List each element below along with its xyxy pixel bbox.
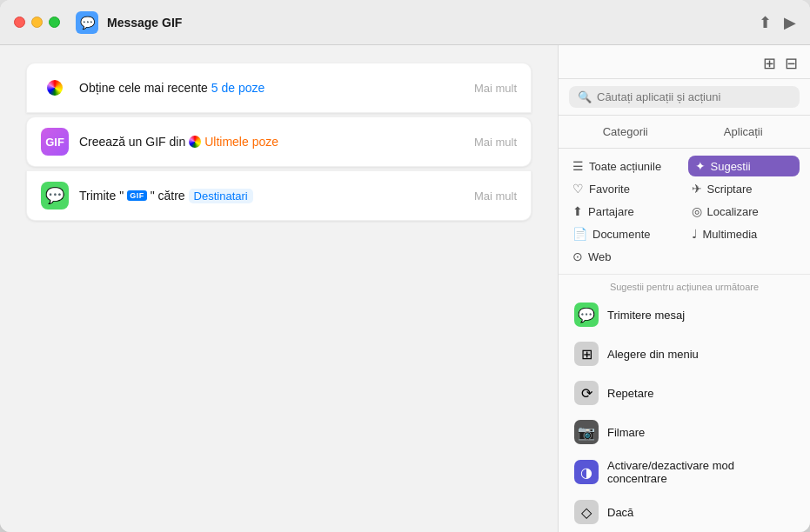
suggestion-label-filmare: Filmare — [607, 426, 645, 439]
category-partajare[interactable]: ⬆ Partajare — [569, 201, 681, 222]
suggestions-list: 💬 Trimitere mesaj ⊞ Alegere din meniu ⟳ … — [559, 296, 810, 532]
category-label-partajare: Partajare — [588, 205, 634, 218]
multimedia-icon: ♩ — [692, 227, 698, 241]
suggestion-trimitere-mesaj[interactable]: 💬 Trimitere mesaj — [567, 296, 801, 334]
left-pane: Obține cele mai recente 5 de poze Mai mu… — [0, 45, 558, 532]
suggestion-icon-alegere: ⊞ — [574, 342, 599, 366]
action-card-photos[interactable]: Obține cele mai recente 5 de poze Mai mu… — [26, 63, 532, 113]
card-prefix-3: Trimite " — [79, 189, 124, 203]
tab-bar: Categorii Aplicații — [559, 116, 810, 149]
category-favorite[interactable]: ♡ Favorite — [569, 178, 681, 199]
tab-categorii[interactable]: Categorii — [569, 121, 682, 143]
category-documente[interactable]: 📄 Documente — [569, 223, 681, 244]
suggestion-label-daca: Dacă — [607, 506, 633, 519]
category-label-web: Web — [588, 250, 612, 263]
action-card-message[interactable]: 💬 Trimite " GIF " către Destinatari Mai … — [26, 170, 532, 221]
suggestion-label-concentrare: Activare/dezactivare mod concentrare — [607, 459, 794, 485]
card-prefix-2: Creează un GIF din — [79, 135, 185, 149]
card-content-message: Trimite " GIF " către Destinatari — [79, 189, 467, 203]
card-mai-mult-3[interactable]: Mai mult — [474, 190, 517, 203]
suggestion-icon-symbol: ⟳ — [581, 385, 592, 402]
web-icon: ⊙ — [572, 249, 583, 263]
main-content: Obține cele mai recente 5 de poze Mai mu… — [0, 45, 810, 532]
traffic-lights — [14, 17, 60, 28]
category-sugestii[interactable]: ✦ Sugestii — [688, 156, 800, 176]
suggestion-daca[interactable]: ◇ Dacă — [567, 493, 801, 531]
suggestion-alegere-meniu[interactable]: ⊞ Alegere din meniu — [567, 335, 801, 373]
photos-rainbow-icon — [47, 80, 63, 96]
window-title: Message GIF — [107, 16, 750, 30]
card-content-photos: Obține cele mai recente 5 de poze — [79, 81, 467, 95]
photos-icon — [41, 74, 69, 102]
category-label-documente: Documente — [592, 228, 650, 241]
gif-icon: GIF — [41, 128, 69, 156]
category-toate[interactable]: ☰ Toate acțiunile — [569, 156, 681, 176]
card-prefix-1: Obține cele mai recente — [79, 81, 208, 95]
close-button[interactable] — [14, 17, 25, 28]
categories-grid: ☰ Toate acțiunile ✦ Sugestii ♡ Favorite … — [569, 156, 800, 267]
suggestion-repetare[interactable]: ⟳ Repetare — [567, 374, 801, 412]
suggestion-icon-symbol: 📷 — [578, 424, 595, 441]
right-toolbar: ⊞ ⊟ — [559, 45, 810, 79]
play-button[interactable]: ▶ — [784, 15, 796, 30]
card-content-gif: Creează un GIF din Ultimele poze — [79, 135, 467, 149]
category-label-toate: Toate acțiunile — [589, 160, 661, 173]
suggestion-filmare[interactable]: 📷 Filmare — [567, 413, 801, 451]
suggestion-icon-symbol: ◑ — [580, 464, 592, 481]
photos-icon-small — [189, 136, 201, 148]
card-mai-mult-1[interactable]: Mai mult — [474, 82, 517, 95]
category-label-multimedia: Multimedia — [703, 228, 758, 241]
category-label-favorite: Favorite — [589, 183, 630, 196]
suggestion-icon-concentrare: ◑ — [574, 460, 599, 484]
suggestion-icon-trimitere: 💬 — [574, 303, 599, 327]
localizare-icon: ◎ — [692, 204, 702, 218]
card-mai-mult-2[interactable]: Mai mult — [474, 136, 517, 149]
category-label-sugestii: Sugestii — [711, 160, 751, 173]
gif-label: GIF — [45, 136, 64, 149]
search-icon: 🔍 — [578, 90, 592, 103]
suggestion-icon-symbol: 💬 — [578, 307, 595, 323]
filter-button[interactable]: ⊟ — [785, 54, 798, 73]
suggestion-label-trimitere: Trimitere mesaj — [607, 309, 685, 322]
app-window: 💬 Message GIF ⬆ ▶ Obține cele mai recent… — [0, 0, 810, 532]
category-label-scriptare: Scriptare — [707, 183, 753, 196]
category-localizare[interactable]: ◎ Localizare — [688, 201, 800, 222]
suggestion-icon-symbol: ◇ — [581, 504, 592, 521]
card-link-gif[interactable]: Ultimele poze — [204, 135, 278, 149]
maximize-button[interactable] — [49, 17, 60, 28]
message-icon: 💬 — [41, 182, 69, 209]
search-input[interactable] — [597, 90, 791, 103]
message-bubble-icon: 💬 — [45, 186, 64, 205]
title-bar: 💬 Message GIF ⬆ ▶ — [0, 0, 810, 45]
search-bar: 🔍 — [559, 79, 810, 116]
categories-panel: ☰ Toate acțiunile ✦ Sugestii ♡ Favorite … — [559, 149, 810, 275]
category-multimedia[interactable]: ♩ Multimedia — [688, 223, 800, 244]
search-input-wrap[interactable]: 🔍 — [569, 86, 800, 108]
suggestion-label-alegere: Alegere din meniu — [607, 348, 699, 361]
category-web[interactable]: ⊙ Web — [569, 246, 681, 267]
suggestion-icon-repetare: ⟳ — [574, 381, 599, 405]
suggestion-concentrare[interactable]: ◑ Activare/dezactivare mod concentrare — [567, 452, 801, 492]
minimize-button[interactable] — [31, 17, 43, 28]
suggestion-label-repetare: Repetare — [607, 387, 653, 400]
category-scriptare[interactable]: ✈ Scriptare — [688, 178, 800, 199]
partajare-icon: ⬆ — [572, 204, 583, 218]
app-icon: 💬 — [76, 11, 98, 34]
action-card-gif[interactable]: GIF Creează un GIF din Ultimele poze Mai… — [26, 116, 532, 167]
card-link-photos[interactable]: 5 de poze — [211, 81, 265, 95]
gallery-button[interactable]: ⊞ — [763, 54, 776, 73]
scriptare-icon: ✈ — [692, 182, 702, 196]
suggestion-icon-symbol: ⊞ — [581, 346, 592, 362]
gif-badge: GIF — [127, 190, 147, 201]
right-pane: ⊞ ⊟ 🔍 Categorii Aplicații ☰ Toate acțiun… — [558, 45, 810, 532]
tab-aplicatii[interactable]: Aplicații — [687, 121, 800, 143]
suggestion-icon-daca: ◇ — [574, 500, 599, 524]
suggestion-icon-filmare: 📷 — [574, 420, 599, 444]
documente-icon: 📄 — [572, 227, 587, 241]
favorite-icon: ♡ — [572, 182, 584, 196]
card-link-message[interactable]: Destinatari — [189, 189, 253, 203]
share-button[interactable]: ⬆ — [759, 15, 772, 30]
toate-icon: ☰ — [572, 159, 584, 173]
category-label-localizare: Localizare — [707, 205, 759, 218]
card-suffix-3: " către — [151, 189, 185, 203]
